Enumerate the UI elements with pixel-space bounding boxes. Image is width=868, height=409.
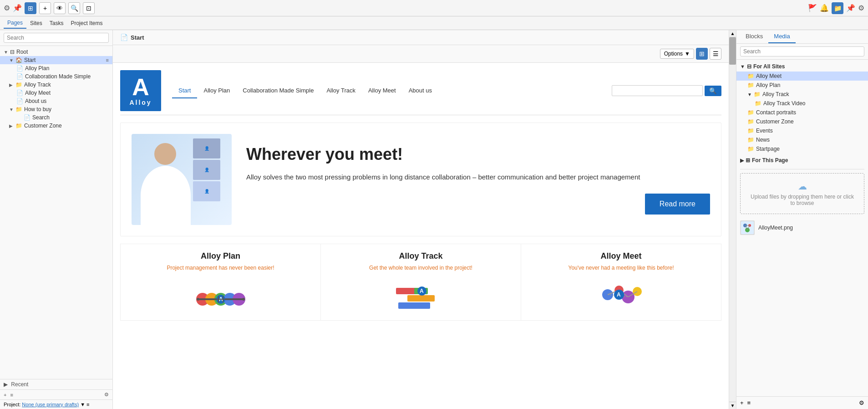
view-grid-button[interactable]: ⊞ [696,48,708,60]
options-arrow-icon: ▼ [685,51,690,57]
alloy-plan-title: Alloy Plan [128,251,313,261]
project-menu-icon[interactable]: ≡ [86,402,89,407]
photo-2: 👤 [193,160,220,180]
right-tab-blocks[interactable]: Blocks [740,30,768,43]
alloy-meet-subtitle: You've never had a meeting like this bef… [528,265,714,271]
right-settings-button[interactable]: ⚙ [859,399,864,406]
center-scrollbar: ▲ ▼ [729,30,736,409]
tree-toggle-root: ▼ [4,50,10,55]
right-tree-events[interactable]: 📁 Events [736,126,868,135]
right-tree-alloy-track[interactable]: ▼ 📁 Alloy Track [736,90,868,99]
tree-toggle-start: ▼ [9,58,15,63]
project-value[interactable]: None (use primary drafts) [22,402,79,407]
tree-item-alloy-meet[interactable]: 📄 Alloy Meet [0,89,112,97]
pages-view-icon[interactable]: ⊞ [25,2,36,14]
toolbar-right: 🚩 🔔 📁 📌 ⚙ [808,2,864,14]
right-add-button[interactable]: + [740,399,744,406]
nav-collaboration[interactable]: Collaboration Made Simple [236,83,320,98]
tab-tasks[interactable]: Tasks [46,18,67,28]
gear-icon[interactable]: ⚙ [4,4,10,12]
recent-section: ▶ Recent [0,379,112,389]
alloy-meet-img: A [528,276,714,313]
media-file-alloy-meet[interactable]: AlloyMeet.png [736,218,868,238]
feature-card-alloy-track: Alloy Track Get the whole team involved … [320,244,521,321]
nav-about-us[interactable]: About us [402,83,438,98]
gear-right-icon[interactable]: ⚙ [858,4,864,12]
tree-label-search: Search [32,114,50,121]
sidebar-list-button[interactable]: ≡ [10,392,13,398]
person-body [141,166,191,225]
for-all-sites-toggle[interactable]: ▼ [740,64,745,69]
layout-icon[interactable]: ⊡ [83,2,95,14]
upload-area[interactable]: ☁ Upload files by dropping them here or … [740,173,864,214]
options-label: Options [664,51,683,57]
project-selector: Project: None (use primary drafts) ▼ ≡ [0,399,112,409]
scroll-up-arrow[interactable]: ▲ [729,30,736,37]
for-this-page-toggle[interactable]: ▶ [740,158,744,164]
alloy-plan-page-icon: 📄 [16,65,23,72]
tree-item-collaboration[interactable]: 📄 Collaboration Made Simple [0,72,112,81]
logo-letter: A [132,75,149,99]
tree-label-about-us: About us [25,98,46,104]
right-list-button[interactable]: ≡ [747,399,751,406]
start-menu-icon[interactable]: ≡ [106,57,109,63]
right-tree-contact-portraits[interactable]: 📁 Contact portraits [736,108,868,117]
nav-alloy-plan[interactable]: Alloy Plan [197,83,236,98]
svg-rect-15 [398,302,430,309]
tab-sites[interactable]: Sites [26,18,46,28]
right-tree-startpage[interactable]: 📁 Startpage [736,144,868,153]
right-tree-alloy-plan[interactable]: 📁 Alloy Plan [736,81,868,90]
for-all-sites-icon: ⊟ [747,63,751,70]
center-header: 📄 Start [113,30,729,45]
alloy-search-input[interactable] [612,85,703,96]
right-tab-media[interactable]: Media [768,30,795,43]
nav-alloy-track[interactable]: Alloy Track [320,83,362,98]
right-tree-alloy-meet[interactable]: 📁 Alloy Meet [736,72,868,81]
nav-start[interactable]: Start [172,83,197,98]
alloy-track-expand-toggle[interactable]: ▼ [747,92,752,97]
right-tree-news[interactable]: 📁 News [736,135,868,144]
sidebar-settings-button[interactable]: ⚙ [104,392,109,398]
right-tree-label-alloy-plan: Alloy Plan [756,82,780,88]
tree-label-alloy-meet: Alloy Meet [25,90,51,96]
tree-item-alloy-track[interactable]: ▶ 📁 Alloy Track [0,81,112,89]
tree-label-start: Start [24,57,36,63]
center-page-icon: 📄 [120,34,128,41]
scroll-thumb[interactable] [729,37,736,65]
recent-toggle[interactable]: ▶ [4,381,8,388]
svg-point-10 [242,298,245,301]
tree-item-alloy-plan[interactable]: 📄 Alloy Plan [0,64,112,72]
right-tree-customer-zone[interactable]: 📁 Customer Zone [736,117,868,126]
pin-icon[interactable]: 📌 [13,4,22,12]
tree-item-how-to-buy[interactable]: ▼ 📁 How to buy [0,105,112,113]
folder-contact-portraits-icon: 📁 [747,109,754,116]
tab-pages[interactable]: Pages [4,18,26,29]
alloy-logo: A Alloy [120,70,161,111]
tree-item-start[interactable]: ▼ 🏠 Start ≡ [0,56,112,64]
sidebar-search-input[interactable] [4,33,109,43]
tree-item-root[interactable]: ▼ ⊟ Root [0,48,112,56]
alloy-search-button[interactable]: 🔍 [705,86,721,96]
pin-right-icon[interactable]: 📌 [846,4,855,12]
sidebar-add-button[interactable]: + [4,392,6,398]
tree-item-customer-zone[interactable]: ▶ 📁 Customer Zone [0,122,112,130]
sidebar-search-container [0,30,112,46]
zoom-icon[interactable]: 🔍 [68,2,80,14]
right-tree-alloy-track-video[interactable]: 📁 Alloy Track Video [736,99,868,108]
read-more-button[interactable]: Read more [645,194,710,215]
tree-item-search[interactable]: 📄 Search [0,113,112,122]
svg-point-9 [197,298,199,301]
folder-active-icon[interactable]: 📁 [832,2,843,14]
add-icon[interactable]: + [39,2,51,14]
scroll-down-arrow[interactable]: ▼ [729,402,736,409]
preview-icon[interactable]: 👁 [54,2,66,14]
nav-alloy-meet[interactable]: Alloy Meet [362,83,402,98]
tab-project-items[interactable]: Project Items [67,18,106,28]
bell-icon[interactable]: 🔔 [820,4,829,12]
right-search-input[interactable] [740,46,864,56]
tree-item-about-us[interactable]: 📄 About us [0,97,112,105]
options-button[interactable]: Options ▼ [660,49,694,59]
flag-icon[interactable]: 🚩 [808,4,817,12]
view-list-button[interactable]: ☰ [710,48,721,60]
project-arrow[interactable]: ▼ [80,402,85,407]
